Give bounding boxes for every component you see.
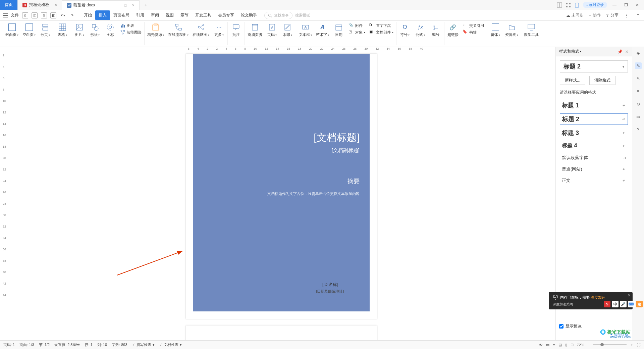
- new-style-button[interactable]: 新样式...: [560, 76, 585, 85]
- pin-icon[interactable]: 📌: [618, 49, 623, 54]
- menu-tab-5[interactable]: 视图: [162, 10, 177, 20]
- close-panel-icon[interactable]: ✕: [625, 49, 629, 54]
- export-icon[interactable]: ◧: [50, 12, 56, 18]
- docparts-button[interactable]: ▣文档部件▾: [369, 30, 393, 35]
- cover-page-button[interactable]: 封面页: [5, 23, 18, 37]
- icon-button[interactable]: 图标: [105, 23, 116, 37]
- flowchart-button[interactable]: 在线流程图: [168, 23, 189, 37]
- page-break-button[interactable]: 分页: [40, 23, 51, 37]
- zoom-value[interactable]: 72%: [577, 343, 584, 347]
- ime-bar[interactable]: S 中 🎤 ⌨ 速: [604, 301, 643, 307]
- status-position[interactable]: 设置值: 2.5厘米: [54, 342, 80, 347]
- menu-tab-3[interactable]: 引用: [133, 10, 148, 20]
- sync-status[interactable]: ☁ 未同步: [566, 12, 584, 18]
- view-outline-icon[interactable]: ▤: [558, 343, 562, 347]
- header-footer-button[interactable]: 页眉页脚: [248, 23, 262, 37]
- undo-icon[interactable]: ↶▾: [60, 12, 66, 18]
- spell-check-toggle[interactable]: ✓ 拼写检查 ▾: [132, 342, 155, 347]
- zoom-out-icon[interactable]: −: [588, 343, 590, 347]
- teaching-tool-button[interactable]: 教学工具: [524, 23, 539, 37]
- style-item-5[interactable]: 普通(网站)↵: [560, 165, 628, 173]
- print-preview-icon[interactable]: ◫: [32, 12, 38, 18]
- minimize-button[interactable]: —: [610, 3, 619, 7]
- wordart-button[interactable]: A艺术字: [316, 23, 329, 37]
- object-button[interactable]: ◳对象▾: [348, 30, 365, 35]
- page-number-button[interactable]: #页码: [266, 23, 278, 37]
- page-1-cover[interactable]: [文档标题] [文档副标题] 摘要 文档标题作为文字占位，只需单击占位更换文本添…: [186, 54, 377, 319]
- tab-templates[interactable]: D 找稻壳模板×: [18, 0, 62, 10]
- tab-document[interactable]: W 盼望着.docx ◻ ×: [62, 0, 140, 10]
- rail-outline-icon[interactable]: ≡: [635, 88, 642, 95]
- template-search[interactable]: 搜索模板: [295, 13, 310, 18]
- cover-info[interactable]: [ID 名称] [日期及邮编地址]: [297, 282, 364, 294]
- rail-select-icon[interactable]: ↖: [635, 75, 642, 82]
- view-web-icon[interactable]: ≡: [553, 343, 555, 347]
- date-button[interactable]: 日期: [333, 23, 344, 37]
- rail-template-icon[interactable]: ◈: [635, 50, 642, 56]
- skin-icon[interactable]: [574, 2, 580, 8]
- attach-button[interactable]: 📎附件: [348, 23, 365, 28]
- apps-icon[interactable]: [566, 2, 571, 8]
- cover-subtitle[interactable]: [文档副标题]: [332, 147, 360, 154]
- asset-button[interactable]: 稻壳资源: [147, 23, 164, 37]
- xref-button[interactable]: ↔交叉引用: [463, 23, 484, 28]
- view-read-icon[interactable]: ▯: [565, 343, 567, 347]
- style-item-6[interactable]: 正文↵: [560, 176, 628, 185]
- print-icon[interactable]: ⎙: [41, 12, 47, 18]
- zoom-fit-icon[interactable]: ⊡: [571, 343, 574, 347]
- watermark-button[interactable]: 水印: [282, 23, 293, 37]
- abstract-body[interactable]: 文档标题作为文字占位，只需单击占位更换文本添加内容: [267, 191, 360, 196]
- status-col[interactable]: 列: 10: [97, 342, 107, 347]
- fullscreen-icon[interactable]: ⛶: [637, 343, 641, 347]
- close-button[interactable]: ✕: [633, 3, 641, 7]
- toast-action-link[interactable]: 深度加速: [591, 295, 605, 299]
- mindmap-button[interactable]: 在线脑图: [193, 23, 209, 37]
- redo-icon[interactable]: ↷: [69, 12, 75, 18]
- command-search[interactable]: 查找命令: [264, 12, 292, 19]
- login-button[interactable]: • 临时登录: [583, 2, 607, 8]
- more-menu[interactable]: ⋮: [623, 13, 630, 18]
- clear-format-button[interactable]: 清除格式: [589, 76, 615, 85]
- dropcap-button[interactable]: D首字下沉: [369, 23, 393, 28]
- bookmark-button[interactable]: 🔖书签: [463, 30, 484, 35]
- maximize-button[interactable]: ❐: [622, 3, 630, 7]
- shape-button[interactable]: 形状: [89, 23, 101, 37]
- status-page-code[interactable]: 页码: 1: [3, 342, 15, 347]
- cover-title[interactable]: [文档标题]: [314, 131, 360, 145]
- menu-tab-0[interactable]: 开始: [80, 10, 95, 20]
- share-button[interactable]: ⇪ 分享: [606, 12, 619, 18]
- current-style-dropdown[interactable]: 标题 2▾: [560, 60, 628, 72]
- rail-style-icon[interactable]: ✎: [635, 62, 642, 69]
- menu-tab-7[interactable]: 开发工具: [192, 10, 215, 20]
- symbol-button[interactable]: Ω符号: [399, 23, 411, 37]
- comment-button[interactable]: 批注: [230, 23, 242, 37]
- collapse-ribbon[interactable]: ⌃: [635, 13, 641, 18]
- show-preview-checkbox[interactable]: 显示预览: [559, 323, 629, 329]
- view-page-icon[interactable]: ▭: [546, 343, 549, 347]
- file-menu[interactable]: 文件: [11, 12, 19, 18]
- chart-button[interactable]: 图表: [120, 23, 142, 28]
- zoom-slider[interactable]: [593, 344, 627, 345]
- form-button[interactable]: 窗体: [490, 23, 501, 37]
- table-button[interactable]: 表格: [57, 23, 68, 37]
- coop-button[interactable]: ⚭ 协作: [588, 12, 601, 18]
- status-words[interactable]: 字数: 893: [112, 342, 127, 347]
- view-mode-icon[interactable]: 👁: [539, 343, 543, 347]
- rail-help-icon[interactable]: ?: [635, 126, 642, 133]
- blank-page-button[interactable]: 空白页: [22, 23, 36, 37]
- more-button[interactable]: ⋯更多: [213, 23, 225, 37]
- style-item-1[interactable]: 标题 2↵: [560, 113, 628, 125]
- new-tab-button[interactable]: ＋: [140, 2, 152, 8]
- rail-nav-icon[interactable]: ⊙: [635, 101, 642, 107]
- menu-icon[interactable]: [3, 13, 8, 17]
- layout-icon[interactable]: [557, 2, 562, 8]
- style-item-2[interactable]: 标题 3↵: [560, 128, 628, 138]
- menu-tab-4[interactable]: 审阅: [148, 10, 162, 20]
- menu-tab-8[interactable]: 会员专享: [215, 10, 237, 20]
- style-item-4[interactable]: 默认段落字体a: [560, 153, 628, 162]
- status-section[interactable]: 节: 1/2: [39, 342, 50, 347]
- smartart-button[interactable]: 智能图形: [120, 30, 142, 35]
- menu-tab-6[interactable]: 章节: [177, 10, 192, 20]
- hyperlink-button[interactable]: 🔗超链接: [447, 23, 459, 37]
- save-icon[interactable]: ⎙: [22, 12, 28, 18]
